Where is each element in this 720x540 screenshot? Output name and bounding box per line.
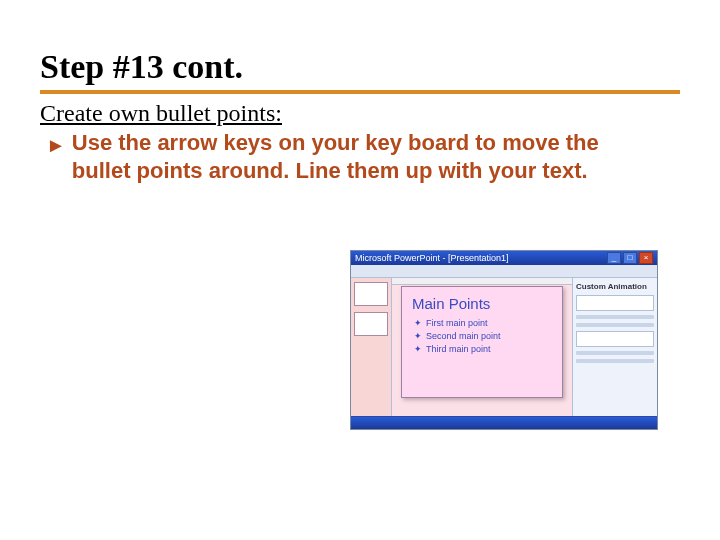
close-icon: × (639, 252, 653, 264)
task-pane-title: Custom Animation (576, 282, 654, 291)
ruler (392, 278, 572, 285)
list-item-text: Second main point (426, 331, 501, 341)
toolbar (351, 265, 657, 278)
task-pane: Custom Animation (572, 278, 657, 416)
slide-canvas: Main Points ✦ First main point ✦ Second … (401, 286, 563, 398)
task-pane-detail (576, 359, 654, 363)
task-pane-detail (576, 351, 654, 355)
list-item-text: First main point (426, 318, 488, 328)
editor-canvas-area: Main Points ✦ First main point ✦ Second … (392, 278, 572, 416)
list-item: ✦ First main point (414, 318, 552, 328)
slide-thumbnail (354, 312, 388, 336)
maximize-icon: □ (623, 252, 637, 264)
task-pane-field (576, 331, 654, 347)
star-icon: ✦ (414, 332, 422, 341)
task-pane-field (576, 295, 654, 311)
list-item: ✦ Third main point (414, 344, 552, 354)
minimize-icon: _ (607, 252, 621, 264)
window-titlebar: Microsoft PowerPoint - [Presentation1] _… (351, 251, 657, 265)
title-divider (40, 90, 680, 94)
slide: Step #13 cont. Create own bullet points:… (0, 0, 720, 540)
slide-title: Step #13 cont. (40, 48, 680, 86)
task-pane-detail (576, 323, 654, 327)
status-bar (351, 416, 657, 429)
canvas-slide-title: Main Points (412, 295, 552, 312)
bullet-text: Use the arrow keys on your key board to … (72, 129, 662, 185)
list-item-text: Third main point (426, 344, 491, 354)
star-icon: ✦ (414, 319, 422, 328)
subheading: Create own bullet points: (40, 100, 680, 127)
app-body: Main Points ✦ First main point ✦ Second … (351, 278, 657, 416)
embedded-screenshot: Microsoft PowerPoint - [Presentation1] _… (350, 250, 658, 430)
bullet-item: ► Use the arrow keys on your key board t… (40, 129, 680, 185)
slide-thumbnails-panel (351, 278, 392, 416)
window-title: Microsoft PowerPoint - [Presentation1] (355, 251, 509, 265)
list-item: ✦ Second main point (414, 331, 552, 341)
triangle-right-icon: ► (46, 131, 66, 159)
star-icon: ✦ (414, 345, 422, 354)
task-pane-detail (576, 315, 654, 319)
slide-thumbnail (354, 282, 388, 306)
